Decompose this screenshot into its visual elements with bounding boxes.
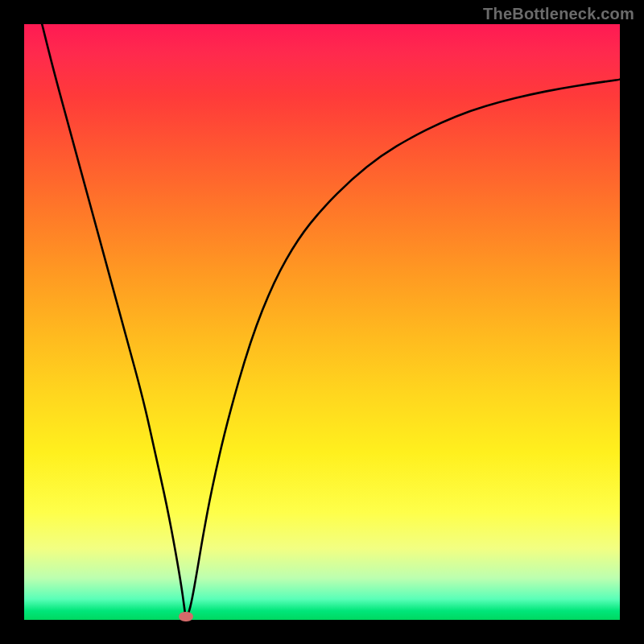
bottleneck-curve — [24, 24, 620, 620]
chart-container: TheBottleneck.com — [0, 0, 644, 644]
min-point-marker — [179, 612, 193, 621]
watermark-text: TheBottleneck.com — [483, 5, 634, 23]
plot-area — [24, 24, 620, 620]
